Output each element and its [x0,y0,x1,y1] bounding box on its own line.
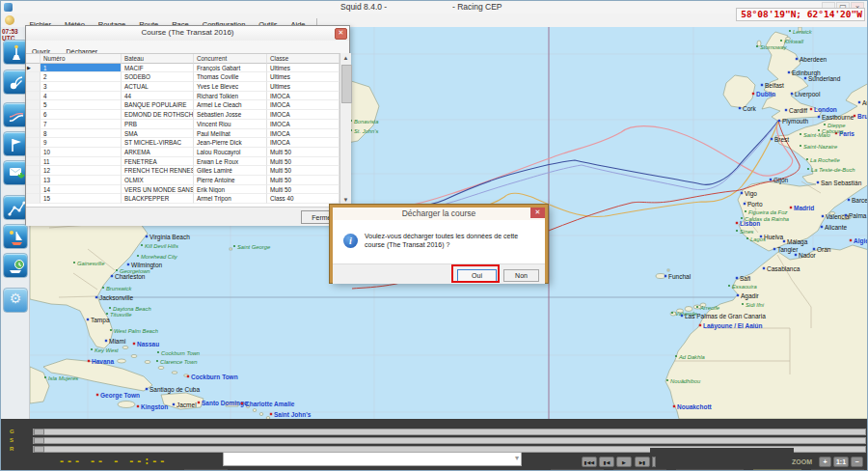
city-marker [790,207,792,208]
table-row[interactable]: 10ARKEMALalou RoucayrolMulti 50 [26,148,339,157]
download-dialog[interactable]: Décharger la course ✕ i Voulez-vous déch… [330,205,548,283]
city-label: George Town [100,392,140,400]
city-marker [778,120,780,122]
track-handle[interactable] [34,446,44,453]
city-marker [91,348,93,350]
city-label: Saint John's [274,411,312,418]
city-marker [109,307,111,309]
play-button[interactable]: ▶ [616,457,632,467]
table-row[interactable]: 5BANQUE POPULAIREArmel Le CleachIMOCA [26,100,339,110]
city-label: Saint-Malo [803,132,830,138]
city-marker [744,203,746,205]
table-row[interactable]: 3ACTUALYves Le BlevecUltimes [26,82,339,92]
city-marker [845,214,847,216]
zoom-reset-button[interactable]: 1:1 [833,457,849,467]
table-row[interactable]: 9ST MICHEL-VIRBACJean-Pierre DickIMOCA [26,138,339,148]
table-row[interactable]: 11FENETREAErwan Le RouxMulti 50 [26,157,339,167]
city-marker [95,296,97,298]
timeline-notch [650,448,794,459]
city-label: Sidi Ifni [746,302,765,308]
city-marker [681,315,683,317]
table-row[interactable]: 6EDMOND DE ROTHSCHILDSébastien JosseIMOC… [26,110,339,120]
city-marker [789,30,791,32]
timeline-track[interactable] [33,429,866,435]
jamaica [118,402,135,408]
city-label: La Teste-de-Buch [811,167,855,173]
zoom-in-button[interactable]: + [819,457,831,467]
city-marker [745,210,746,212]
city-marker [807,168,809,170]
city-marker [102,287,104,289]
city-marker [146,388,148,390]
city-label: Miami [109,338,125,345]
city-marker [127,263,129,265]
city-label: Sunderland [808,75,841,82]
timeline-bar: GSR --- -- - --:-- ▾ ▮◀◀▮◀▶▶▮ ZOOM +1:1− [1,419,868,471]
table-row[interactable]: 444Richard TolkienIMOCA [26,92,339,101]
race-window-titlebar[interactable]: Course (The Transat 2016) [26,26,349,42]
city-marker [673,405,675,407]
city-label: Funchal [668,273,692,280]
settings-gear-icon[interactable]: ⚙ [3,288,28,313]
city-marker [760,236,762,237]
playback-sliver[interactable] [652,457,656,467]
track-handle[interactable] [34,429,44,435]
city-label: Aberdeen [800,56,827,63]
table-scrollbar[interactable]: ▲ ▼ [339,53,351,207]
city-marker [783,240,785,242]
city-label: Oran [817,246,831,253]
race-window-close-icon[interactable]: ✕ [335,28,347,40]
sail-weather-icon[interactable] [3,224,28,249]
chevron-down-icon: ▾ [515,454,519,462]
city-label: Santiago de Cuba [149,386,200,394]
city-marker [671,312,673,314]
city-marker [106,313,108,315]
race-table[interactable]: NuméroBateauConcurrentClasse▶1MACIFFranç… [26,53,339,207]
non-button[interactable]: Non [503,269,539,282]
city-marker [854,115,855,117]
table-row[interactable]: 12FRENCH TECH RENNES ST ...Gilles Lamiré… [26,166,339,176]
table-row[interactable]: 2SODEBOThomas CovilleUltimes [26,72,339,82]
city-marker [763,267,765,269]
table-row[interactable]: 13OLMIXPierre AntoineMulti 50 [26,176,339,185]
scroll-thumb[interactable] [341,65,352,103]
city-marker [788,71,790,73]
step-forward-button[interactable]: ▶▮ [635,457,650,467]
city-marker [73,262,75,263]
city-marker [198,402,200,403]
city-marker [110,329,112,331]
city-label: Gainesville [77,261,105,266]
race-window[interactable]: Course (The Transat 2016) ✕ Ouvrir Décha… [25,25,350,225]
city-marker [137,405,139,407]
scroll-up-icon[interactable]: ▲ [340,53,351,64]
table-row[interactable]: 7PRBVincent RiouIMOCA [26,120,339,129]
city-marker [96,394,98,396]
city-marker [818,116,820,118]
table-row[interactable]: 15BLACKPEPPERArmel TriponClass 40 [26,194,339,204]
city-label: Arrecife [699,305,720,311]
race-timer-icon[interactable] [3,253,28,278]
city-label: Brunswick [106,286,133,291]
city-label: Jacmel [176,402,197,408]
track-label-s: S [10,437,14,443]
city-marker [146,236,148,237]
city-label: Ad Dakhla [678,354,706,360]
table-row[interactable]: 8SMAPaul MeilhatIMOCA [26,129,339,139]
track-handle[interactable] [34,437,44,444]
city-label: St. John's [354,128,378,134]
city-label: Isla Mujeres [48,375,78,381]
city-label: Las Palmas de Gran Canaria [685,313,766,319]
city-marker [756,45,758,47]
dialog-close-icon[interactable]: ✕ [530,208,545,218]
city-marker [822,215,824,217]
zoom-out-button[interactable]: − [851,457,863,467]
table-row[interactable]: 14VERS UN MONDE SANS SIDAErik NigonMulti… [26,185,339,195]
step-back-button[interactable]: ▮◀ [599,457,614,467]
table-row[interactable]: ▶1MACIFFrançois GabartUltimes [26,64,339,73]
timeline-combobox[interactable]: ▾ [223,452,522,466]
city-label: Clarence Town [160,359,197,365]
skip-start-button[interactable]: ▮◀◀ [582,457,597,467]
city-marker [850,239,852,241]
city-marker [187,375,189,377]
timeline-track[interactable] [33,437,866,444]
